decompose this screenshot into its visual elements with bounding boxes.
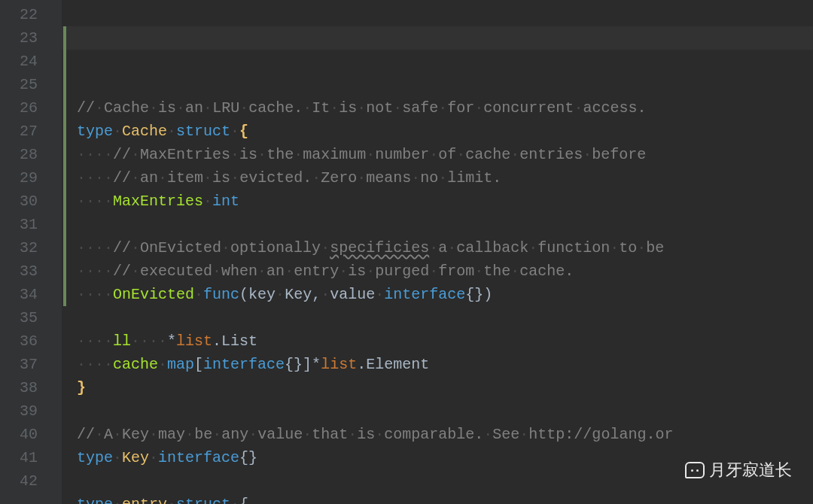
line-number: 30 — [0, 190, 38, 213]
chat-bubble-icon — [685, 462, 705, 478]
line-number: 29 — [0, 166, 38, 190]
line-number: 40 — [0, 423, 38, 446]
line-number: 39 — [0, 399, 38, 423]
watermark: 月牙寂道长 — [685, 458, 792, 481]
line-number: 31 — [0, 213, 38, 236]
code-line[interactable]: ····MaxEntries·int — [77, 190, 813, 213]
code-line[interactable] — [77, 399, 813, 423]
line-number: 22 — [0, 3, 38, 26]
line-number: 38 — [0, 376, 38, 399]
code-line[interactable]: ····ll····*list.List — [77, 329, 813, 353]
line-number: 27 — [0, 120, 38, 143]
line-number: 42 — [0, 469, 38, 493]
code-line[interactable]: type·entry·struct·{ — [77, 493, 813, 504]
code-line[interactable]: ····//·executed·when·an·entry·is·purged·… — [77, 260, 813, 283]
fold-strip — [51, 0, 62, 504]
code-line[interactable]: ····cache·map[interface{}]*list.Element — [77, 353, 813, 376]
code-line[interactable]: ····//·MaxEntries·is·the·maximum·number·… — [77, 143, 813, 166]
line-number: 34 — [0, 283, 38, 306]
code-editor[interactable]: 2223242526272829303132333435363738394041… — [0, 0, 813, 504]
line-number: 23 — [0, 26, 38, 50]
line-number: 32 — [0, 236, 38, 260]
line-number-gutter: 2223242526272829303132333435363738394041… — [0, 0, 51, 504]
code-line[interactable]: type·Cache·struct·{ — [77, 120, 813, 143]
code-line[interactable] — [77, 213, 813, 236]
watermark-text: 月牙寂道长 — [709, 458, 792, 481]
code-area[interactable]: //·Cache·is·an·LRU·cache.·It·is·not·safe… — [62, 0, 813, 504]
current-line-highlight — [62, 26, 813, 50]
code-line[interactable]: //·A·Key·may·be·any·value·that·is·compar… — [77, 423, 813, 446]
code-line[interactable]: ····OnEvicted·func(key·Key,·value·interf… — [77, 283, 813, 306]
line-number: 25 — [0, 73, 38, 96]
line-number: 28 — [0, 143, 38, 166]
code-line[interactable]: //·Cache·is·an·LRU·cache.·It·is·not·safe… — [77, 96, 813, 120]
line-number: 41 — [0, 446, 38, 469]
code-line[interactable]: } — [77, 376, 813, 399]
line-number: 26 — [0, 96, 38, 120]
code-line[interactable]: ····//·an·item·is·evicted.·Zero·means·no… — [77, 166, 813, 190]
vcs-change-marker — [63, 26, 66, 306]
line-number: 33 — [0, 260, 38, 283]
code-line[interactable] — [77, 306, 813, 329]
line-number: 36 — [0, 329, 38, 353]
code-line[interactable]: ····//·OnEvicted·optionally·specificies·… — [77, 236, 813, 260]
line-number: 24 — [0, 50, 38, 73]
line-number: 35 — [0, 306, 38, 329]
line-number: 37 — [0, 353, 38, 376]
